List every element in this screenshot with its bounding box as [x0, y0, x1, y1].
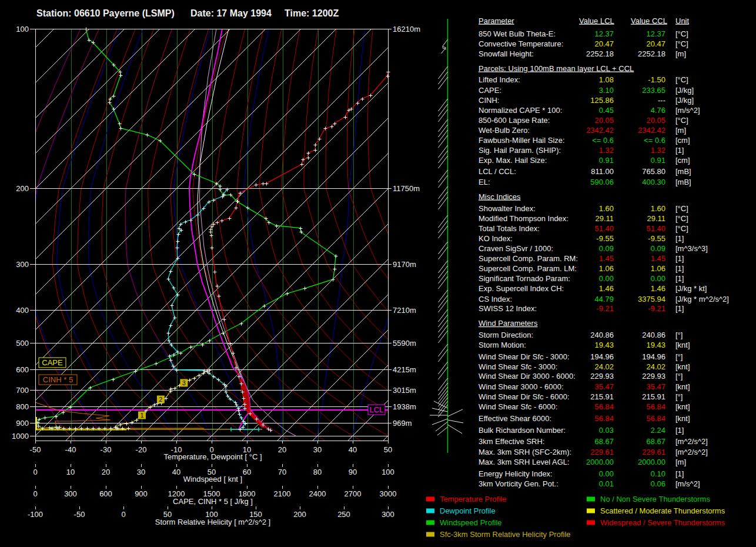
svg-text:Bulk Richardson Number:: Bulk Richardson Number:: [479, 426, 566, 435]
svg-text:51.40: 51.40: [594, 224, 614, 233]
svg-text:Station: 06610 Payerne (LSMP): Station: 06610 Payerne (LSMP): [36, 8, 175, 18]
svg-text:20.47: 20.47: [646, 39, 665, 48]
svg-text:[mB]: [mB]: [675, 167, 691, 176]
svg-text:3: 3: [182, 379, 186, 386]
svg-text:90: 90: [349, 468, 357, 476]
svg-text:[1]: [1]: [675, 469, 684, 478]
svg-text:-50: -50: [74, 510, 85, 519]
svg-text:[°]: [°]: [675, 372, 683, 381]
svg-text:9170m: 9170m: [393, 260, 416, 269]
svg-text:1000: 1000: [12, 432, 29, 441]
svg-text:70: 70: [278, 468, 286, 476]
svg-text:Max. 3km SRH Level AGL:: Max. 3km SRH Level AGL:: [479, 458, 570, 466]
svg-text:-100: -100: [28, 510, 43, 519]
svg-text:[1]: [1]: [675, 146, 684, 155]
svg-text:[°C]: [°C]: [675, 224, 688, 233]
svg-text:[1]: [1]: [675, 264, 684, 273]
svg-text:0.01: 0.01: [599, 479, 614, 488]
svg-text:CAPE:: CAPE:: [479, 86, 501, 95]
svg-text:Time: 1200Z: Time: 1200Z: [285, 8, 339, 18]
svg-text:1.32: 1.32: [599, 146, 614, 155]
svg-text:1.60: 1.60: [651, 204, 665, 213]
svg-text:Parameter: Parameter: [479, 16, 514, 25]
svg-text:Scattered / Moderate Thunderst: Scattered / Moderate Thunderstorms: [600, 506, 725, 515]
svg-text:1.45: 1.45: [599, 254, 614, 263]
svg-text:240.86: 240.86: [590, 331, 614, 339]
svg-text:Wet-Bulb Zero:: Wet-Bulb Zero:: [479, 126, 530, 135]
svg-text:-40: -40: [65, 445, 76, 454]
svg-text:100: 100: [16, 25, 29, 34]
svg-text:60: 60: [243, 468, 251, 476]
svg-text:Value LCL: Value LCL: [579, 16, 614, 25]
svg-text:[°C]: [°C]: [675, 214, 688, 223]
svg-text:229.93: 229.93: [590, 372, 614, 381]
svg-text:-20: -20: [136, 445, 147, 454]
svg-text:2252.18: 2252.18: [586, 49, 614, 58]
svg-text:20: 20: [278, 445, 286, 454]
svg-text:7210m: 7210m: [393, 306, 416, 315]
svg-text:2000.00: 2000.00: [586, 458, 614, 466]
svg-text:Supercell Comp. Param. RM:: Supercell Comp. Param. RM:: [479, 254, 578, 263]
svg-text:Temperature, Dewpoint [ °C ]: Temperature, Dewpoint [ °C ]: [163, 452, 262, 461]
svg-text:Storm Motion:: Storm Motion:: [479, 341, 526, 349]
svg-text:20.47: 20.47: [594, 39, 614, 48]
svg-text:Wind Parameters: Wind Parameters: [479, 319, 538, 328]
svg-text:Significant Tornado Param:: Significant Tornado Param:: [479, 274, 570, 283]
svg-text:20.05: 20.05: [646, 116, 665, 125]
svg-text:240.86: 240.86: [642, 331, 665, 339]
svg-text:No / Non Severe Thunderstorms: No / Non Severe Thunderstorms: [600, 495, 710, 503]
svg-text:215.91: 215.91: [590, 392, 614, 401]
svg-text:11750m: 11750m: [393, 184, 420, 193]
svg-text:0.10: 0.10: [651, 469, 665, 478]
svg-text:-9.21: -9.21: [596, 304, 614, 313]
svg-text:Max. 3km SRH (SFC-2km):: Max. 3km SRH (SFC-2km):: [479, 448, 571, 456]
svg-text:-50: -50: [30, 445, 41, 454]
svg-text:2252.18: 2252.18: [638, 49, 665, 58]
svg-text:[knt]: [knt]: [675, 341, 690, 349]
svg-text:Convective Temperature:: Convective Temperature:: [479, 39, 563, 48]
svg-text:3375.94: 3375.94: [638, 295, 665, 303]
svg-text:19.43: 19.43: [646, 341, 665, 349]
svg-text:700: 700: [16, 386, 29, 395]
svg-text:56.84: 56.84: [646, 414, 665, 423]
svg-text:2100: 2100: [274, 489, 291, 498]
svg-text:35.47: 35.47: [594, 382, 614, 391]
svg-text:20.05: 20.05: [594, 116, 614, 125]
svg-text:CAPE: CAPE: [42, 358, 63, 367]
svg-text:1.60: 1.60: [599, 204, 614, 213]
svg-text:-9.55: -9.55: [596, 234, 614, 243]
svg-text:Wind Shear Dir 3000 - 6000:: Wind Shear Dir 3000 - 6000:: [479, 372, 576, 381]
svg-text:Wind Shear Sfc - 3000:: Wind Shear Sfc - 3000:: [479, 362, 557, 371]
svg-text:[J/kg * kt]: [J/kg * kt]: [675, 284, 707, 293]
svg-text:Exp. Max. Hail Size:: Exp. Max. Hail Size:: [479, 156, 547, 165]
svg-text:229.61: 229.61: [590, 448, 614, 456]
svg-text:900: 900: [135, 489, 148, 498]
svg-text:29.11: 29.11: [595, 214, 614, 223]
svg-text:[m]: [m]: [675, 126, 686, 135]
svg-text:[knt]: [knt]: [675, 362, 690, 371]
svg-text:Total Totals Index:: Total Totals Index:: [479, 224, 540, 233]
svg-text:4215m: 4215m: [393, 365, 416, 374]
svg-text:80: 80: [313, 468, 322, 476]
svg-text:Storm Direction:: Storm Direction:: [479, 331, 533, 339]
svg-text:300: 300: [382, 510, 394, 519]
svg-text:[cm]: [cm]: [675, 136, 690, 145]
svg-text:40: 40: [172, 468, 180, 476]
svg-text:-9.55: -9.55: [648, 234, 665, 243]
svg-text:[m^3/s^3]: [m^3/s^3]: [675, 244, 708, 253]
svg-text:194.96: 194.96: [642, 352, 665, 361]
svg-text:30: 30: [313, 445, 322, 454]
svg-text:Dewpoint Profile: Dewpoint Profile: [440, 506, 496, 515]
svg-text:0.00: 0.00: [599, 274, 614, 283]
svg-text:[1]: [1]: [675, 254, 684, 263]
svg-text:Temperature Profile: Temperature Profile: [440, 495, 506, 503]
svg-text:600: 600: [99, 489, 112, 498]
svg-text:2.24: 2.24: [651, 426, 665, 435]
svg-text:125.86: 125.86: [590, 96, 614, 105]
svg-text:CINH * 5: CINH * 5: [43, 375, 73, 384]
svg-text:Wind Shear Sfc - 6000:: Wind Shear Sfc - 6000:: [479, 402, 557, 411]
svg-text:CINH:: CINH:: [479, 96, 499, 105]
svg-text:0.45: 0.45: [599, 106, 614, 115]
svg-text:Windspeed [ knt ]: Windspeed [ knt ]: [183, 475, 242, 483]
svg-text:[1]: [1]: [675, 426, 684, 435]
